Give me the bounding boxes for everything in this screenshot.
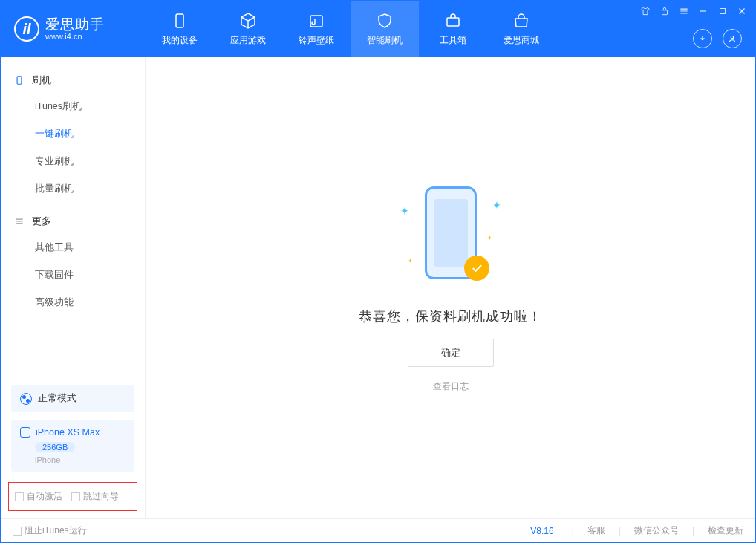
app-subtitle: www.i4.cn bbox=[45, 32, 105, 41]
sidebar-item-batch-flash[interactable]: 批量刷机 bbox=[1, 175, 145, 203]
lock-icon[interactable] bbox=[659, 5, 671, 17]
toolbox-icon bbox=[443, 11, 463, 30]
view-log-link[interactable]: 查看日志 bbox=[433, 380, 469, 393]
svg-rect-3 bbox=[662, 10, 668, 15]
window-controls bbox=[639, 5, 748, 17]
tab-my-device[interactable]: 我的设备 bbox=[146, 1, 214, 57]
footer-link-wechat[interactable]: 微信公众号 bbox=[634, 524, 679, 537]
shield-icon bbox=[375, 11, 394, 30]
checkbox-icon bbox=[15, 492, 24, 501]
tab-label: 应用游戏 bbox=[230, 34, 266, 47]
list-icon bbox=[14, 216, 25, 227]
sidebar-item-other-tools[interactable]: 其他工具 bbox=[1, 234, 145, 261]
mode-icon bbox=[20, 393, 32, 405]
success-message: 恭喜您，保资料刷机成功啦！ bbox=[359, 308, 542, 325]
checkbox-label: 跳过向导 bbox=[83, 490, 119, 503]
tab-apps-games[interactable]: 应用游戏 bbox=[214, 1, 282, 57]
device-type: iPhone bbox=[35, 455, 126, 464]
ok-button[interactable]: 确定 bbox=[408, 339, 494, 367]
close-icon[interactable] bbox=[736, 5, 748, 17]
status-bar: 阻止iTunes运行 V8.16 | 客服 | 微信公众号 | 检查更新 bbox=[1, 518, 755, 542]
app-title: 爱思助手 bbox=[45, 17, 105, 33]
tab-smart-flash[interactable]: 智能刷机 bbox=[351, 1, 419, 57]
download-button[interactable] bbox=[693, 29, 712, 48]
phone-icon bbox=[14, 75, 25, 85]
check-badge-icon bbox=[464, 256, 489, 281]
sidebar-group-more: 更多 bbox=[1, 209, 145, 234]
success-illustration: ✦ ✦ ✦ ✦ bbox=[414, 183, 488, 287]
logo-block: il 爱思助手 www.i4.cn bbox=[1, 1, 146, 57]
tab-ringtones-wallpapers[interactable]: 铃声壁纸 bbox=[282, 1, 351, 57]
sidebar-item-itunes-flash[interactable]: iTunes刷机 bbox=[1, 93, 145, 120]
app-header: il 爱思助手 www.i4.cn 我的设备 应用游戏 铃声壁纸 智能刷机 工具… bbox=[1, 1, 755, 57]
footer-link-support[interactable]: 客服 bbox=[587, 524, 605, 537]
sidebar-group-flash: 刷机 bbox=[1, 68, 145, 93]
checkbox-label: 阻止iTunes运行 bbox=[25, 524, 87, 537]
svg-rect-0 bbox=[176, 14, 183, 27]
footer-link-update[interactable]: 检查更新 bbox=[708, 524, 743, 537]
maximize-icon[interactable] bbox=[717, 5, 729, 17]
menu-icon[interactable] bbox=[678, 5, 690, 17]
tab-label: 铃声壁纸 bbox=[299, 34, 334, 47]
svg-rect-2 bbox=[447, 18, 459, 26]
logo-icon: il bbox=[14, 16, 39, 42]
checkbox-auto-activate[interactable]: 自动激活 bbox=[15, 490, 62, 503]
tab-store[interactable]: 爱思商城 bbox=[487, 1, 555, 57]
tab-label: 工具箱 bbox=[440, 34, 466, 47]
device-capacity: 256GB bbox=[35, 442, 75, 452]
checkbox-skip-guide[interactable]: 跳过向导 bbox=[71, 490, 119, 503]
tab-label: 我的设备 bbox=[162, 34, 198, 47]
sidebar-item-advanced[interactable]: 高级功能 bbox=[1, 289, 145, 316]
cube-icon bbox=[238, 11, 258, 30]
svg-point-5 bbox=[731, 36, 734, 39]
sidebar-item-pro-flash[interactable]: 专业刷机 bbox=[1, 148, 145, 175]
svg-rect-6 bbox=[17, 77, 22, 85]
header-actions bbox=[693, 29, 742, 48]
sidebar-item-oneclick-flash[interactable]: 一键刷机 bbox=[1, 120, 145, 148]
device-icon bbox=[170, 11, 189, 30]
flash-options-highlighted: 自动激活 跳过向导 bbox=[8, 482, 137, 511]
mode-label: 正常模式 bbox=[38, 392, 76, 405]
tab-label: 爱思商城 bbox=[504, 34, 539, 47]
tab-toolbox[interactable]: 工具箱 bbox=[419, 1, 487, 57]
tab-label: 智能刷机 bbox=[367, 34, 403, 47]
device-panel[interactable]: iPhone XS Max 256GB iPhone bbox=[11, 420, 134, 472]
user-button[interactable] bbox=[723, 29, 742, 48]
sidebar-item-download-firmware[interactable]: 下载固件 bbox=[1, 261, 145, 289]
tshirt-icon[interactable] bbox=[639, 5, 651, 17]
device-mode-panel[interactable]: 正常模式 bbox=[11, 385, 134, 412]
version-label: V8.16 bbox=[530, 526, 553, 536]
svg-rect-1 bbox=[310, 16, 322, 27]
device-name-label: iPhone XS Max bbox=[36, 427, 100, 438]
checkbox-label: 自动激活 bbox=[27, 490, 62, 503]
checkbox-icon bbox=[13, 527, 22, 536]
checkbox-block-itunes[interactable]: 阻止iTunes运行 bbox=[13, 524, 87, 537]
group-title: 更多 bbox=[32, 215, 51, 228]
device-small-icon bbox=[20, 427, 30, 438]
minimize-icon[interactable] bbox=[697, 5, 709, 17]
store-icon bbox=[512, 11, 531, 30]
svg-rect-4 bbox=[720, 9, 726, 14]
main-content: ✦ ✦ ✦ ✦ 恭喜您，保资料刷机成功啦！ 确定 查看日志 bbox=[146, 57, 755, 518]
sidebar: 刷机 iTunes刷机 一键刷机 专业刷机 批量刷机 更多 其他工具 下载固件 … bbox=[1, 57, 146, 518]
music-folder-icon bbox=[307, 11, 326, 30]
checkbox-icon bbox=[71, 492, 80, 501]
group-title: 刷机 bbox=[32, 74, 51, 87]
